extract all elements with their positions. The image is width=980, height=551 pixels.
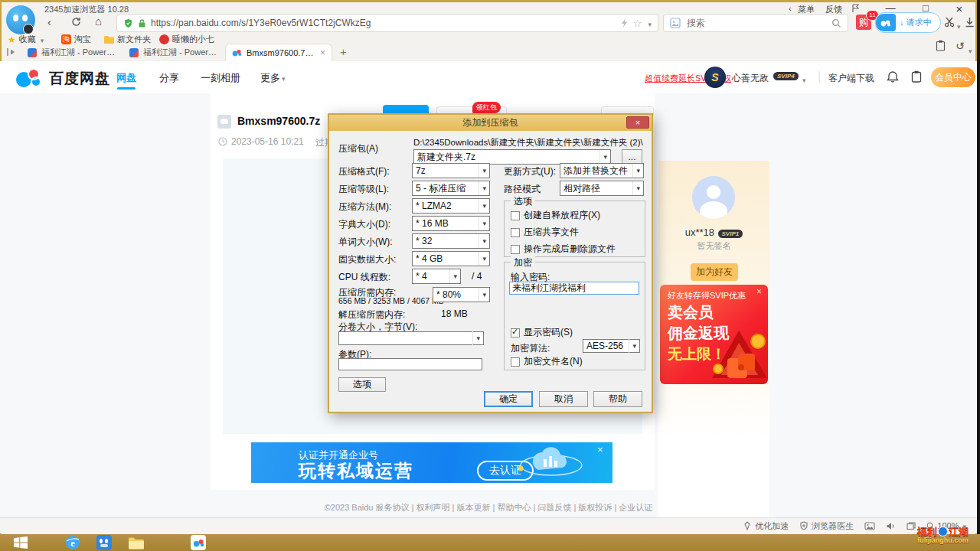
page-footer[interactable]: ©2023 Baidu 服务协议 | 权利声明 | 版本更新 | 帮助中心 | … xyxy=(0,502,977,514)
client-download-link[interactable]: 客户端下载 xyxy=(828,72,874,85)
archive-name-combo[interactable]: 新建文件夹.7z xyxy=(413,149,611,165)
home-icon[interactable]: ⌂ xyxy=(95,15,102,27)
header-username[interactable]: 心善无敌 xyxy=(732,72,769,85)
checkbox-icon[interactable] xyxy=(511,228,520,237)
split-window-icon[interactable] xyxy=(906,522,916,530)
word-select[interactable]: * 32 xyxy=(412,233,490,249)
password-input[interactable] xyxy=(509,282,639,295)
back-button-icon[interactable]: ‹ xyxy=(47,16,51,28)
ok-button[interactable]: 确定 xyxy=(484,391,533,407)
svip-promo-card[interactable]: 好友转存得SVIP优惠 × 卖会员 佣金返现 无上限！ xyxy=(660,285,768,384)
menu-collapse-icon[interactable]: ‹ xyxy=(789,3,792,15)
nav-album[interactable]: 一刻相册 xyxy=(201,71,240,85)
speed-mode-icon[interactable] xyxy=(620,18,629,28)
mute-icon[interactable] xyxy=(886,522,896,530)
feedback-clipboard-icon[interactable] xyxy=(911,70,922,83)
site-safe-icon[interactable] xyxy=(123,18,133,28)
search-engine-icon[interactable] xyxy=(670,18,681,28)
start-button[interactable] xyxy=(9,535,32,550)
scissors-dropdown-icon[interactable] xyxy=(956,18,961,32)
taskbar-netdisk-icon[interactable] xyxy=(187,535,210,550)
add-to-archive-dialog: 添加到压缩包 × 压缩包(A) D:\2345Downloads\新建文件夹\新… xyxy=(328,113,653,413)
netdisk-request-popup[interactable]: ↓ 请求中 xyxy=(875,12,941,33)
solid-select[interactable]: * 4 GB xyxy=(412,251,490,266)
taskbar-explorer-icon[interactable] xyxy=(124,535,147,550)
volume-combo[interactable] xyxy=(338,331,484,345)
mem-select[interactable]: * 80% xyxy=(433,287,490,302)
watermark-url: fulijianghu.com xyxy=(917,536,969,545)
cpu-select[interactable]: * 4 xyxy=(412,269,461,284)
add-friend-button[interactable]: 加为好友 xyxy=(691,263,738,281)
tab-3-active[interactable]: Bmxsm97600.7z_免费高速下 × xyxy=(225,44,332,61)
path-mode-select[interactable]: 相对路径 xyxy=(560,181,644,196)
search-icon[interactable] xyxy=(831,18,841,28)
shopping-extension-icon[interactable]: 购 11 xyxy=(856,15,871,30)
nav-share[interactable]: 分享 xyxy=(159,71,179,85)
bookmark-star-icon[interactable]: ☆ xyxy=(633,18,642,29)
options-button[interactable]: 选项 xyxy=(338,377,386,392)
algo-select[interactable]: AES-256 xyxy=(583,339,640,353)
dict-select[interactable]: * 16 MB xyxy=(412,216,490,231)
level-select[interactable]: 5 - 标准压缩 xyxy=(412,181,490,196)
bell-icon[interactable] xyxy=(887,70,899,83)
ad-close-icon[interactable]: × xyxy=(597,444,603,455)
baidu-pan-logo[interactable] xyxy=(14,67,44,89)
checkbox-encrypt-names[interactable]: 加密文件名(N) xyxy=(511,355,583,368)
checkbox-icon[interactable] xyxy=(511,357,520,367)
update-mode-select[interactable]: 添加并替换文件 xyxy=(560,163,644,178)
checkbox-delete-source[interactable]: 操作完成后删除源文件 xyxy=(511,243,616,256)
tab-close-icon[interactable]: × xyxy=(320,47,325,58)
undo-dropdown-icon[interactable] xyxy=(967,43,972,57)
speedup-button[interactable]: 优化加速 xyxy=(743,520,789,532)
netdisk-extension-icon[interactable] xyxy=(876,14,896,31)
checkbox-checked-icon[interactable] xyxy=(511,328,520,337)
download-manager-icon[interactable] xyxy=(965,17,975,28)
snapshot-icon[interactable] xyxy=(864,522,875,530)
url-text[interactable]: https://pan.baidu.com/s/1Y3eR0ev5rW1CTt2… xyxy=(151,18,371,28)
search-input[interactable] xyxy=(685,17,780,29)
request-status: ↓ 请求中 xyxy=(900,17,932,28)
clipboard-icon[interactable] xyxy=(936,40,946,51)
file-name[interactable]: Bmxsm97600.7z xyxy=(237,115,320,127)
window-close-button[interactable]: × xyxy=(949,2,969,15)
options-group-label: 选项 xyxy=(511,195,535,208)
checkbox-create-sfx[interactable]: 创建自释放程序(X) xyxy=(511,209,600,222)
member-center-button[interactable]: 会员中心 xyxy=(931,67,975,87)
taskbar-2345-browser-icon[interactable] xyxy=(93,535,116,550)
ad-line2: 玩转私域运营 xyxy=(299,459,413,483)
promo-close-icon[interactable]: × xyxy=(756,286,762,297)
scissors-icon[interactable] xyxy=(944,17,955,28)
checkbox-shared-files[interactable]: 压缩共享文件 xyxy=(511,226,579,239)
brand-name[interactable]: 百度网盘 xyxy=(49,69,110,89)
checkbox-show-password[interactable]: 显示密码(S) xyxy=(511,326,573,339)
flag-icon[interactable] xyxy=(851,4,861,13)
help-button[interactable]: 帮助 xyxy=(593,391,642,407)
dialog-close-button[interactable]: × xyxy=(626,116,649,129)
address-dropdown-icon[interactable] xyxy=(646,16,652,30)
user-avatar[interactable]: S xyxy=(704,67,726,88)
account-dropdown-icon[interactable] xyxy=(801,72,806,86)
address-bar[interactable]: https://pan.baidu.com/s/1Y3eR0ev5rW1CTt2… xyxy=(116,14,658,32)
uploader-avatar[interactable] xyxy=(692,176,735,219)
dict-label: 字典大小(D): xyxy=(338,218,390,231)
undo-icon[interactable]: ↺ xyxy=(956,40,965,52)
refresh-icon[interactable] xyxy=(70,16,82,28)
tab-list-toggle-icon[interactable] xyxy=(6,47,17,57)
browser-doctor-button[interactable]: 浏览器医生 xyxy=(799,520,854,532)
method-select[interactable]: * LZMA2 xyxy=(412,198,490,214)
dialog-title-bar[interactable]: 添加到压缩包 xyxy=(329,115,652,131)
new-tab-button[interactable]: + xyxy=(340,45,347,58)
nav-more[interactable]: 更多 xyxy=(260,71,286,85)
nav-pan[interactable]: 网盘 xyxy=(116,71,136,85)
tab-1[interactable]: 福利江湖 - Powered by Disc xyxy=(21,44,121,61)
taskbar-ie-icon[interactable]: e xyxy=(61,535,84,550)
browse-button[interactable]: ... xyxy=(622,149,642,164)
tab-2[interactable]: 福利江湖 - Powered by Disc xyxy=(123,44,223,61)
search-box[interactable] xyxy=(663,14,848,32)
checkbox-icon[interactable] xyxy=(511,211,520,220)
params-input[interactable] xyxy=(338,358,482,370)
checkbox-icon[interactable] xyxy=(511,245,520,254)
ad-banner[interactable]: 认证并开通企业号 玩转私域运营 去认证 × xyxy=(251,442,612,483)
cancel-button[interactable]: 取消 xyxy=(539,391,588,407)
format-select[interactable]: 7z xyxy=(412,163,490,178)
